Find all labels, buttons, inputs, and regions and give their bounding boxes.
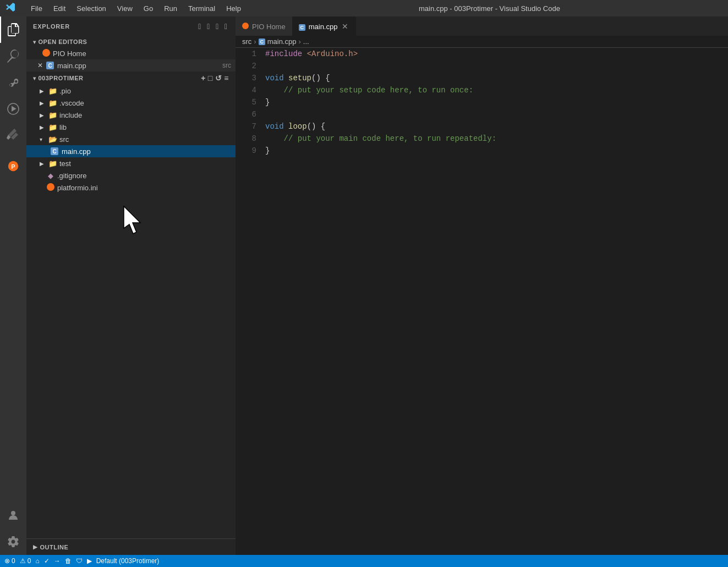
breadcrumb-file-icon: C: [259, 38, 265, 45]
error-icon: ⊗: [4, 557, 10, 565]
open-editors-section[interactable]: ▾ OPEN EDITORS: [26, 36, 236, 47]
new-file-btn[interactable]: +: [201, 74, 206, 82]
activity-run-debug-icon[interactable]: [0, 96, 26, 122]
code-line-2: [265, 60, 728, 72]
activity-explorer-icon[interactable]: [0, 16, 26, 43]
code-line-8: // put your main code here, to run repea…: [265, 133, 728, 145]
include-folder-arrow: ▶: [40, 112, 46, 118]
folder-lib[interactable]: ▶ 📁 lib: [26, 121, 236, 133]
src-folder-label: src: [59, 135, 231, 144]
platformio-ini-icon: [46, 183, 55, 192]
status-branch[interactable]: Default (003Protimer): [96, 557, 160, 565]
new-folder-icon[interactable]: : [206, 21, 211, 32]
tab-pio-home[interactable]: PIO Home: [236, 16, 292, 36]
menu-bar: File Edit Selection View Go Run Terminal…: [26, 3, 245, 14]
menu-selection[interactable]: Selection: [72, 3, 110, 14]
pio-folder-icon: 📁: [48, 87, 57, 95]
activity-bar: P: [0, 16, 26, 555]
svg-point-3: [11, 511, 15, 515]
collapse-btn[interactable]: ≡: [224, 74, 229, 82]
status-bar: ⊗ 0 ⚠ 0 ⌂ ✓ → 🗑 🛡 ▶ Default (003Protimer…: [0, 555, 728, 567]
branch-label: Default (003Protimer): [96, 557, 160, 565]
menu-go[interactable]: Go: [139, 3, 157, 14]
project-label: 003PROTIMER: [39, 75, 84, 81]
close-icon[interactable]: ✕: [37, 62, 44, 69]
main-cpp-label: main.cpp: [57, 62, 218, 70]
status-terminal-btn[interactable]: ▶: [87, 557, 92, 565]
main-layout: P EXPLORER     ▾ OPEN EDITORS PIO Ho…: [0, 16, 728, 555]
gitignore-label: .gitignore: [57, 172, 231, 180]
open-editor-pio-home[interactable]: PIO Home: [26, 47, 236, 59]
sidebar-header-icons:    : [197, 21, 229, 32]
activity-source-control-icon[interactable]: [0, 69, 26, 96]
main-cpp-tab-label: main.cpp: [309, 23, 338, 31]
terminal-icon: ▶: [87, 557, 92, 565]
menu-file[interactable]: File: [26, 3, 47, 14]
activity-platformio-icon[interactable]: P: [0, 153, 26, 179]
folder-pio[interactable]: ▶ 📁 .pio: [26, 85, 236, 97]
vscode-folder-icon: 📁: [48, 99, 57, 107]
menu-view[interactable]: View: [113, 3, 137, 14]
folder-src[interactable]: ▾ 📂 src: [26, 133, 236, 145]
tab-main-cpp[interactable]: C main.cpp ✕: [292, 16, 357, 36]
status-shield[interactable]: 🛡: [76, 557, 83, 565]
include-folder-label: include: [59, 111, 231, 119]
lib-folder-label: lib: [59, 123, 231, 131]
status-left: ⊗ 0 ⚠ 0 ⌂ ✓ → 🗑 🛡 ▶ Default (003Protimer…: [4, 557, 159, 565]
status-trash[interactable]: 🗑: [65, 557, 72, 565]
test-folder-icon: 📁: [48, 159, 57, 168]
breadcrumb-sep2: ›: [298, 37, 300, 46]
main-cpp-tab-icon: C: [299, 23, 305, 31]
include-folder-icon: 📁: [48, 111, 57, 119]
activity-search-icon[interactable]: [0, 43, 26, 69]
breadcrumb: src › C main.cpp › ...: [236, 36, 728, 48]
main-cpp-tab-close[interactable]: ✕: [341, 22, 349, 31]
status-check[interactable]: ✓: [44, 557, 50, 565]
menu-terminal[interactable]: Terminal: [184, 3, 220, 14]
open-editor-main-cpp[interactable]: ✕ C main.cpp src: [26, 59, 236, 71]
vscode-folder-arrow: ▶: [40, 100, 46, 106]
new-folder-btn[interactable]: □: [208, 74, 213, 82]
code-line-1: #include <Arduino.h>: [265, 48, 728, 60]
collapse-all-icon[interactable]: : [223, 21, 229, 32]
project-arrow: ▾: [33, 75, 36, 81]
status-warnings[interactable]: ⚠ 0: [20, 557, 31, 565]
vscode-folder-label: .vscode: [59, 99, 231, 107]
breadcrumb-filename[interactable]: main.cpp: [267, 37, 297, 46]
file-platformio-ini[interactable]: platformio.ini: [26, 181, 236, 194]
pio-folder-label: .pio: [59, 87, 231, 95]
open-editors-label: OPEN EDITORS: [39, 38, 87, 45]
status-home[interactable]: ⌂: [35, 557, 39, 565]
activity-account-icon[interactable]: [0, 502, 26, 529]
title-bar: File Edit Selection View Go Run Terminal…: [0, 0, 728, 16]
activity-settings-icon[interactable]: [0, 529, 26, 555]
menu-run[interactable]: Run: [160, 3, 182, 14]
outline-section[interactable]: ▶ OUTLINE: [26, 538, 236, 555]
new-file-icon[interactable]: : [197, 21, 202, 32]
file-main-cpp[interactable]: C main.cpp: [26, 145, 236, 157]
outline-arrow: ▶: [33, 544, 38, 550]
folder-test[interactable]: ▶ 📁 test: [26, 157, 236, 169]
editor-area: PIO Home C main.cpp ✕ src › C main.cpp ›…: [236, 16, 728, 555]
code-line-9: }: [265, 145, 728, 157]
breadcrumb-ellipsis[interactable]: ...: [303, 37, 309, 46]
breadcrumb-src[interactable]: src: [242, 37, 251, 46]
folder-include[interactable]: ▶ 📁 include: [26, 109, 236, 121]
status-arrow[interactable]: →: [54, 557, 61, 565]
code-content[interactable]: #include <Arduino.h> void setup() { // p…: [263, 48, 728, 555]
test-folder-label: test: [59, 159, 231, 168]
menu-help[interactable]: Help: [222, 3, 245, 14]
svg-text:P: P: [11, 163, 15, 170]
pio-folder-arrow: ▶: [40, 88, 46, 94]
refresh-icon[interactable]: : [215, 21, 220, 32]
status-errors[interactable]: ⊗ 0: [4, 557, 15, 565]
file-gitignore[interactable]: ◆ .gitignore: [26, 169, 236, 181]
breadcrumb-sep1: ›: [254, 37, 256, 46]
activity-extensions-icon[interactable]: [0, 122, 26, 148]
refresh-btn[interactable]: ↺: [215, 74, 222, 82]
folder-vscode[interactable]: ▶ 📁 .vscode: [26, 97, 236, 109]
lib-folder-arrow: ▶: [40, 124, 46, 130]
menu-edit[interactable]: Edit: [49, 3, 70, 14]
code-editor[interactable]: 1 2 3 4 5 6 7 8 9 #include <Arduino.h> v…: [236, 48, 728, 555]
project-section[interactable]: ▾ 003PROTIMER + □ ↺ ≡: [26, 71, 236, 85]
